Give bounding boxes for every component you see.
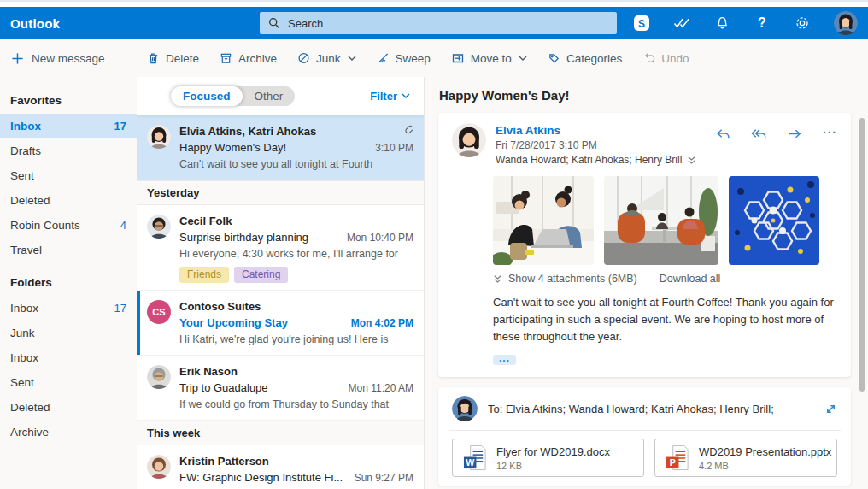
skype-icon[interactable]: S [633, 15, 650, 32]
paperclip-icon [404, 123, 413, 139]
message-sender: Kristin Patterson [179, 453, 413, 469]
sidebar-item-inbox-2[interactable]: Inbox [0, 345, 137, 370]
sidebar-item-inbox-favorite[interactable]: Inbox 17 [0, 114, 137, 138]
message-time: Mon 11:20 AM [349, 380, 414, 397]
filter-button[interactable]: Filter [370, 90, 410, 103]
attachment-size: 12 KB [496, 461, 610, 471]
tag-catering[interactable]: Catering [234, 267, 288, 283]
message-subject: Your Upcoming Stay [179, 315, 344, 331]
sidebar-item-robin-counts[interactable]: Robin Counts 4 [0, 213, 137, 238]
download-all-link[interactable]: Download all [660, 273, 721, 285]
open-message-card: Elvia Atkins Fri 7/28/2017 3:10 PM Wanda… [438, 113, 851, 377]
settings-gear-icon[interactable] [794, 15, 811, 32]
blue-hexagons-photo[interactable] [729, 176, 819, 265]
sidebar-item-travel[interactable]: Travel [0, 238, 137, 262]
attachment-name: Flyer for WD2019.docx [496, 445, 610, 458]
trash-icon [147, 51, 160, 65]
sidebar-item-label: Sent [10, 169, 34, 182]
app-logo[interactable]: Outlook [10, 16, 60, 31]
avatar [147, 125, 171, 149]
move-to-button[interactable]: Move to [451, 51, 527, 65]
sidebar-item-sent-2[interactable]: Sent [0, 370, 137, 395]
sidebar-item-label: Sent [10, 376, 34, 389]
more-actions-icon[interactable]: ··· [823, 128, 837, 137]
tab-focused[interactable]: Focused [171, 86, 243, 106]
chevron-down-icon[interactable] [348, 56, 356, 61]
chevron-down-icon[interactable] [519, 56, 527, 61]
sidebar-item-junk[interactable]: Junk [0, 321, 137, 345]
sidebar-item-label: Deleted [10, 401, 50, 414]
unread-count: 4 [120, 219, 126, 232]
search-icon [268, 17, 280, 29]
message-row-cecil[interactable]: Cecil Folk Surprise birthday planning Mo… [137, 205, 424, 291]
toolbar-actions: Delete Archive Junk [137, 51, 689, 65]
browser-edge-strip [0, 0, 868, 7]
message-summary: Cecil Folk Surprise birthday planning Mo… [179, 213, 413, 283]
search-input[interactable] [288, 17, 608, 30]
message-row-erik[interactable]: Erik Nason Trip to Guadalupe Mon 11:20 A… [137, 356, 424, 421]
folders-header[interactable]: Folders [0, 271, 137, 296]
archive-button[interactable]: Archive [220, 51, 277, 65]
word-file-icon: W [463, 445, 488, 471]
chevron-down-icon [402, 93, 410, 98]
double-checkmark-icon[interactable] [673, 15, 690, 32]
sidebar-item-archive[interactable]: Archive [0, 420, 137, 445]
message-row-elvia[interactable]: Elvia Atkins, Katri Ahokas Happy Women's… [137, 115, 424, 180]
trimmed-content-button[interactable]: ... [493, 355, 516, 365]
message-time: Sun 9:27 PM [355, 470, 413, 486]
move-to-folder-icon [451, 51, 465, 65]
sidebar-item-sent[interactable]: Sent [0, 163, 137, 188]
sidebar-item-inbox[interactable]: Inbox 17 [0, 296, 137, 321]
reply-to-field[interactable]: To: Elvia Atkins; Wanda Howard; Katri Ah… [488, 403, 774, 415]
chevron-double-down-icon [493, 274, 502, 284]
sender-name[interactable]: Elvia Atkins [496, 123, 696, 138]
favorites-header[interactable]: Favorites [0, 89, 137, 114]
sweep-button[interactable]: Sweep [377, 51, 431, 65]
attachment-chip-word[interactable]: W Flyer for WD2019.docx 12 KB [452, 439, 644, 477]
help-icon[interactable]: ? [754, 15, 771, 32]
avatar-initials: CS [147, 300, 171, 324]
sender-avatar[interactable] [452, 123, 486, 157]
message-summary: Kristin Patterson FW: Graphic Design Ins… [179, 453, 413, 489]
search-bar[interactable] [260, 12, 617, 34]
message-row-contoso[interactable]: CS Contoso Suites Your Upcoming Stay Mon… [137, 291, 424, 356]
recipients-line: Wanda Howard; Katri Ahokas; Henry Brill [496, 154, 682, 166]
category-tags: Friends Catering [179, 267, 413, 283]
show-attachments-link[interactable]: Show 4 attachments (6MB) [493, 273, 637, 285]
divider [449, 430, 841, 431]
sidebar-item-deleted[interactable]: Deleted [0, 188, 137, 213]
undo-button[interactable]: Undo [642, 51, 689, 65]
message-row-kristin[interactable]: Kristin Patterson FW: Graphic Design Ins… [137, 445, 424, 489]
reply-icon[interactable] [716, 128, 730, 140]
undo-icon [642, 51, 655, 65]
undo-label: Undo [661, 52, 689, 65]
focused-other-toggle: Focused Other [171, 86, 295, 106]
tab-other[interactable]: Other [243, 86, 296, 106]
reply-all-icon[interactable] [751, 128, 767, 140]
message-sender: Contoso Suites [179, 298, 413, 315]
message-preview: Hi everyone, 4:30 works for me, I'll arr… [179, 246, 413, 262]
attachments-summary-label: Show 4 attachments (6MB) [508, 273, 637, 285]
message-actions: ··· [716, 123, 837, 166]
reply-attachments: W Flyer for WD2019.docx 12 KB P WD2019 P… [452, 439, 837, 477]
pane-scrollbar[interactable] [859, 118, 865, 392]
sidebar-item-label: Robin Counts [10, 219, 80, 232]
new-message-button[interactable]: New message [0, 52, 137, 65]
sweep-broom-icon [377, 51, 390, 65]
forward-icon[interactable] [788, 128, 802, 139]
junk-button[interactable]: Junk [297, 51, 356, 65]
attachment-size: 4.2 MB [699, 461, 831, 471]
bell-icon[interactable] [713, 15, 730, 32]
expand-composer-icon[interactable] [824, 403, 837, 415]
show-details-chevrons-icon[interactable] [687, 156, 696, 165]
sidebar-item-drafts[interactable]: Drafts [0, 138, 137, 163]
account-avatar[interactable] [834, 11, 858, 35]
reply-composer-card: To: Elvia Atkins; Wanda Howard; Katri Ah… [438, 387, 851, 486]
tag-friends[interactable]: Friends [179, 267, 229, 283]
categories-button[interactable]: Categories [548, 51, 622, 65]
attachment-chip-powerpoint[interactable]: P WD2019 Presentation.pptx 4.2 MB [654, 439, 837, 477]
sidebar-item-deleted-2[interactable]: Deleted [0, 395, 137, 420]
office-table-photo[interactable] [493, 176, 594, 265]
office-lounge-photo[interactable] [604, 176, 718, 265]
delete-button[interactable]: Delete [147, 51, 199, 65]
